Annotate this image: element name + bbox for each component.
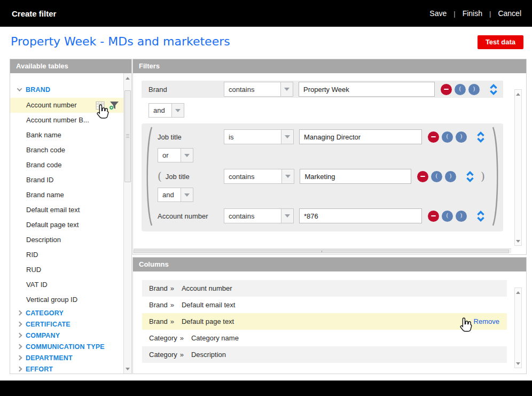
open-paren-button[interactable]: ( (455, 84, 466, 95)
close-paren-button[interactable]: ) (445, 171, 456, 182)
chevron-right-icon[interactable] (17, 310, 22, 316)
columns-vertical-scrollbar[interactable] (514, 288, 522, 368)
test-data-button[interactable]: Test data (478, 35, 523, 49)
close-paren-button[interactable]: ) (468, 84, 480, 95)
remove-condition-button[interactable] (441, 84, 452, 95)
tree-field[interactable]: Brand name (10, 188, 123, 203)
group-close-paren-icon (491, 126, 502, 227)
chevron-right-icon[interactable] (17, 322, 22, 327)
open-paren-button[interactable]: ( (431, 171, 442, 182)
tree-table-brand[interactable]: BRAND (10, 84, 123, 95)
logical-operator-select[interactable]: or (158, 148, 193, 162)
column-row[interactable]: Brand » Account number (142, 280, 507, 297)
open-paren-button[interactable]: ( (442, 211, 453, 222)
remove-column-link[interactable]: Remove (474, 317, 499, 325)
column-row[interactable]: Category » Category name (142, 330, 507, 346)
columns-body: Brand » Account number Brand » Default e… (133, 271, 526, 374)
remove-condition-button[interactable] (428, 131, 439, 143)
close-paren-button[interactable]: ) (456, 131, 467, 143)
scroll-down-arrow[interactable] (124, 365, 131, 372)
chevron-right-icon[interactable] (17, 367, 22, 372)
scroll-up-arrow[interactable] (124, 74, 131, 82)
chevron-down-icon[interactable] (181, 188, 193, 201)
left-panel-scrollbar[interactable] (123, 73, 131, 374)
tree-field[interactable]: RUD (10, 262, 123, 277)
operator-select[interactable]: contains (224, 208, 294, 223)
available-tables-panel: Available tables BRAND Account number (10, 59, 132, 374)
filters-vertical-scrollbar[interactable] (514, 89, 522, 246)
filter-value-input[interactable] (299, 129, 422, 144)
tables-tree: BRAND Account number (10, 73, 123, 374)
move-updown-control[interactable] (476, 131, 485, 143)
column-table: Brand (149, 301, 168, 309)
chevron-down-icon[interactable] (17, 86, 22, 91)
chevron-down-icon[interactable] (280, 82, 293, 96)
column-table: Category (149, 334, 177, 342)
chevron-down-icon[interactable] (281, 130, 293, 144)
column-row[interactable]: Brand » Default email text (142, 297, 507, 313)
tree-table-category[interactable]: CATEGORY (10, 307, 123, 319)
tree-field[interactable]: Bank name (10, 128, 123, 143)
separator: » (180, 351, 184, 359)
operator-select[interactable]: is (224, 129, 294, 144)
tree-field[interactable]: Description (10, 232, 123, 247)
logical-operator-select[interactable]: and (148, 103, 184, 118)
bottom-bar (0, 381, 532, 396)
logical-operator-select[interactable]: and (158, 188, 193, 202)
close-paren-button[interactable]: ) (456, 211, 467, 222)
move-updown-control[interactable] (476, 211, 485, 222)
move-updown-control[interactable] (489, 84, 498, 95)
scroll-down-arrow[interactable] (515, 237, 521, 245)
tree-field[interactable]: Brand ID (10, 173, 123, 188)
row-controls: ( ) (441, 84, 498, 95)
scroll-up-arrow[interactable] (515, 90, 521, 98)
chevron-right-icon[interactable] (17, 355, 22, 361)
filter-field-label: Brand (148, 86, 224, 94)
filters-horizontal-scrollbar[interactable] (134, 249, 511, 253)
remove-condition-button[interactable] (417, 171, 428, 182)
operator-select[interactable]: contains (224, 169, 294, 184)
open-paren-button[interactable]: ( (442, 131, 453, 143)
tree-table-department[interactable]: DEPARTMENT (10, 352, 123, 363)
column-row-highlighted[interactable]: Brand » Default page text Remove (142, 313, 507, 330)
tree-field[interactable]: Default page text (10, 218, 123, 232)
tree-field[interactable]: RID (10, 247, 123, 262)
filters-panel: Filters Brand contains ( ) (132, 59, 527, 255)
tree-field-account-number[interactable]: Account number (10, 98, 123, 113)
tree-field[interactable]: VAT ID (10, 277, 123, 292)
filter-value-input[interactable] (300, 169, 411, 184)
tree-field[interactable]: Account number B... (10, 113, 123, 128)
tree-table-communication-type[interactable]: COMMUNICATION TYPE (10, 341, 123, 352)
tree-field[interactable]: Branch code (10, 143, 123, 158)
save-button[interactable]: Save (429, 9, 447, 18)
operator-select[interactable]: contains (224, 82, 293, 97)
column-name: Category name (191, 334, 239, 342)
tree-table-company[interactable]: COMPANY (10, 330, 123, 341)
filter-value-input[interactable] (299, 208, 422, 223)
cancel-button[interactable]: Cancel (498, 9, 521, 18)
move-updown-control[interactable] (466, 171, 474, 182)
chevron-down-icon[interactable] (171, 104, 184, 117)
available-tables-header: Available tables (10, 59, 131, 73)
scroll-down-arrow[interactable] (515, 360, 521, 367)
column-row[interactable]: Category » Description (142, 346, 507, 363)
row-controls: ( ) (428, 131, 485, 143)
chevron-down-icon[interactable] (281, 169, 294, 183)
filter-value-input[interactable] (299, 82, 435, 97)
tree-table-certificate[interactable]: CERTIFICATE (10, 319, 123, 330)
tree-table-effort[interactable]: EFFORT (10, 363, 123, 374)
finish-button[interactable]: Finish (463, 9, 482, 18)
tree-field[interactable]: Vertical group ID (10, 292, 123, 307)
add-filter-icon[interactable] (109, 101, 119, 110)
scrollbar-thumb[interactable] (134, 250, 509, 253)
tree-field[interactable]: Brand code (10, 158, 123, 173)
tree-field[interactable]: Default email text (10, 203, 123, 218)
chevron-down-icon[interactable] (181, 149, 193, 162)
chevron-right-icon[interactable] (17, 344, 22, 350)
remove-condition-button[interactable] (428, 211, 439, 222)
add-column-icon[interactable] (96, 101, 105, 110)
scrollbar-thumb[interactable] (124, 90, 131, 182)
scroll-up-arrow[interactable] (515, 289, 521, 296)
chevron-down-icon[interactable] (281, 209, 293, 223)
chevron-right-icon[interactable] (17, 333, 22, 338)
